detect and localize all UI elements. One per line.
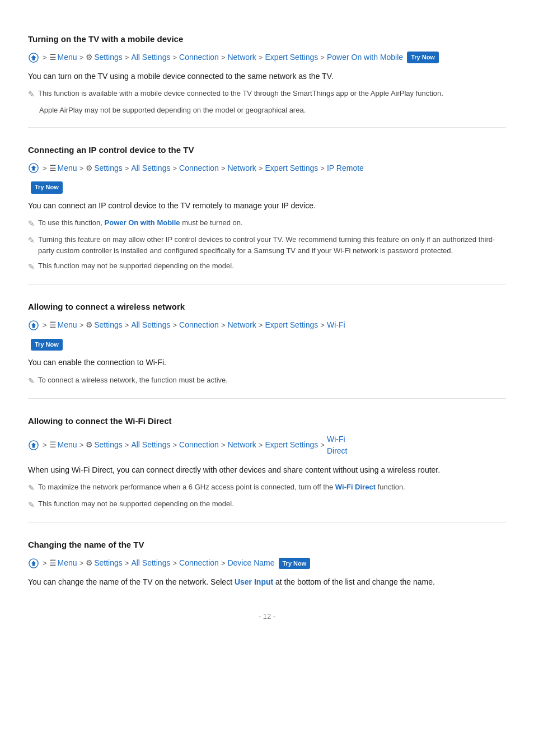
network-link[interactable]: Network (227, 52, 256, 63)
wifi-direct-inline-link[interactable]: Wi-Fi Direct (335, 483, 376, 491)
pencil-icon-wd-2: ✎ (28, 499, 35, 511)
body-text-power-on: You can turn on the TV using a mobile de… (28, 70, 506, 82)
connection-link-5[interactable]: Connection (179, 557, 219, 569)
pencil-icon-ip-2: ✎ (28, 235, 35, 246)
settings-link-2[interactable]: Settings (94, 162, 123, 174)
settings-link[interactable]: Settings (94, 52, 123, 63)
settings-gear-icon-5: ⚙ (86, 557, 93, 569)
breadcrumb-wifi-direct: > ☰ Menu > ⚙ Settings > All Settings > C… (28, 433, 506, 457)
note-text-ip-2: Turning this feature on may allow other … (38, 234, 506, 256)
all-settings-link-2[interactable]: All Settings (131, 162, 170, 174)
connection-link[interactable]: Connection (179, 52, 219, 63)
home-icon (28, 52, 39, 63)
breadcrumb-device-name: > ☰ Menu > ⚙ Settings > All Settings > C… (28, 557, 506, 569)
expert-settings-link-3[interactable]: Expert Settings (265, 319, 318, 331)
pencil-icon-wifi-1: ✎ (28, 375, 35, 387)
note-item-2: Apple AirPlay may not be supported depen… (39, 105, 506, 116)
menu-link-5[interactable]: Menu (58, 557, 77, 569)
wifi-link[interactable]: Wi-Fi (327, 319, 345, 331)
connection-link-4[interactable]: Connection (179, 439, 219, 451)
divider-3 (28, 398, 506, 399)
sep1: > (43, 52, 47, 63)
power-on-mobile-link[interactable]: Power On with Mobile (327, 52, 403, 63)
home-icon-5 (28, 558, 39, 569)
all-settings-link-5[interactable]: All Settings (131, 557, 170, 569)
network-link-3[interactable]: Network (227, 319, 256, 331)
breadcrumb-power-on: > ☰ Menu > ⚙ Settings > All Settings > C… (28, 52, 506, 63)
menu-icon-text-3: ☰ (49, 319, 57, 331)
menu-icon-text-5: ☰ (49, 557, 57, 569)
pencil-icon-1: ✎ (28, 88, 35, 100)
settings-gear-icon-2: ⚙ (86, 162, 93, 174)
menu-icon-text-4: ☰ (49, 439, 57, 451)
all-settings-link[interactable]: All Settings (131, 52, 170, 63)
connection-link-2[interactable]: Connection (179, 162, 219, 174)
menu-link-2[interactable]: Menu (58, 162, 77, 174)
settings-link-3[interactable]: Settings (94, 319, 123, 331)
sep2: > (43, 163, 47, 174)
home-icon-3 (28, 320, 39, 331)
expert-settings-link[interactable]: Expert Settings (265, 52, 318, 63)
try-now-badge-device-name[interactable]: Try Now (279, 558, 311, 570)
menu-link-4[interactable]: Menu (58, 439, 77, 451)
pencil-icon-ip-3: ✎ (28, 261, 35, 273)
note-text-ip-3: This function may not be supported depen… (38, 260, 234, 272)
settings-link-5[interactable]: Settings (94, 557, 123, 569)
network-link-4[interactable]: Network (227, 439, 256, 451)
note-item-1: ✎ This function is available with a mobi… (28, 88, 506, 100)
note-item-ip-2: ✎ Turning this feature on may allow othe… (28, 234, 506, 256)
section-title-wifi-direct: Allowing to connect the Wi-Fi Direct (28, 414, 506, 428)
body-text-ip-remote: You can connect an IP control device to … (28, 199, 506, 212)
home-icon-2 (28, 162, 39, 174)
all-settings-link-3[interactable]: All Settings (131, 319, 170, 331)
body-text-wifi: You can enable the connection to Wi-Fi. (28, 356, 506, 368)
home-icon-4 (28, 440, 39, 451)
note-text-wd-2: This function may not be supported depen… (38, 498, 234, 510)
note-text-2: Apple AirPlay may not be supported depen… (39, 105, 306, 116)
breadcrumb-wifi: > ☰ Menu > ⚙ Settings > All Settings > C… (28, 319, 506, 331)
note-item-ip-3: ✎ This function may not be supported dep… (28, 260, 506, 273)
body-text-device-name: You can change the name of the TV on the… (28, 576, 506, 588)
body-text-wifi-direct: When using Wi-Fi Direct, you can connect… (28, 464, 506, 476)
ip-remote-link[interactable]: IP Remote (327, 162, 364, 174)
try-now-badge-ip-remote[interactable]: Try Now (31, 181, 63, 194)
pencil-icon-wd-1: ✎ (28, 482, 35, 494)
note-text-1: This function is available with a mobile… (38, 88, 443, 99)
note-item-wifi-1: ✎ To connect a wireless network, the fun… (28, 375, 506, 387)
section-title-device-name: Changing the name of the TV (28, 538, 506, 552)
wifi-direct-link[interactable]: Wi-FiDirect (327, 433, 348, 457)
try-now-badge-wifi[interactable]: Try Now (31, 339, 63, 351)
connection-link-3[interactable]: Connection (179, 319, 219, 331)
section-wifi: Allowing to connect a wireless network >… (28, 300, 506, 386)
expert-settings-link-4[interactable]: Expert Settings (265, 439, 318, 451)
note-item-ip-1: ✎ To use this function, Power On with Mo… (28, 217, 506, 230)
menu-link[interactable]: Menu (58, 52, 77, 63)
section-title-wifi: Allowing to connect a wireless network (28, 300, 506, 314)
divider-4 (28, 522, 506, 522)
section-wifi-direct: Allowing to connect the Wi-Fi Direct > ☰… (28, 414, 506, 511)
device-name-link[interactable]: Device Name (227, 557, 274, 569)
note-text-ip-1: To use this function, Power On with Mobi… (38, 217, 243, 228)
section-power-on: Turning on the TV with a mobile device >… (28, 32, 506, 116)
section-ip-remote: Connecting an IP control device to the T… (28, 143, 506, 273)
try-now-badge-power-on[interactable]: Try Now (407, 52, 439, 63)
expert-settings-link-2[interactable]: Expert Settings (265, 162, 318, 174)
note-item-wd-1: ✎ To maximize the network performance wh… (28, 482, 506, 494)
divider-1 (28, 127, 506, 128)
settings-gear-icon-3: ⚙ (86, 319, 93, 331)
all-settings-link-4[interactable]: All Settings (131, 439, 170, 451)
settings-link-4[interactable]: Settings (94, 439, 123, 451)
section-title-power-on: Turning on the TV with a mobile device (28, 32, 506, 46)
page-number: - 12 - (259, 612, 275, 620)
section-device-name: Changing the name of the TV > ☰ Menu > ⚙… (28, 538, 506, 588)
divider-2 (28, 284, 506, 284)
power-on-mobile-inline-link[interactable]: Power On with Mobile (105, 218, 180, 227)
note-text-wd-1: To maximize the network performance when… (38, 482, 405, 493)
user-input-link[interactable]: User Input (235, 577, 273, 586)
menu-link-3[interactable]: Menu (58, 319, 77, 331)
menu-icon-text-2: ☰ (49, 162, 57, 174)
note-text-wifi-1: To connect a wireless network, the funct… (38, 375, 228, 386)
page-footer: - 12 - (28, 611, 506, 623)
settings-gear-icon: ⚙ (86, 52, 93, 63)
network-link-2[interactable]: Network (227, 162, 256, 174)
